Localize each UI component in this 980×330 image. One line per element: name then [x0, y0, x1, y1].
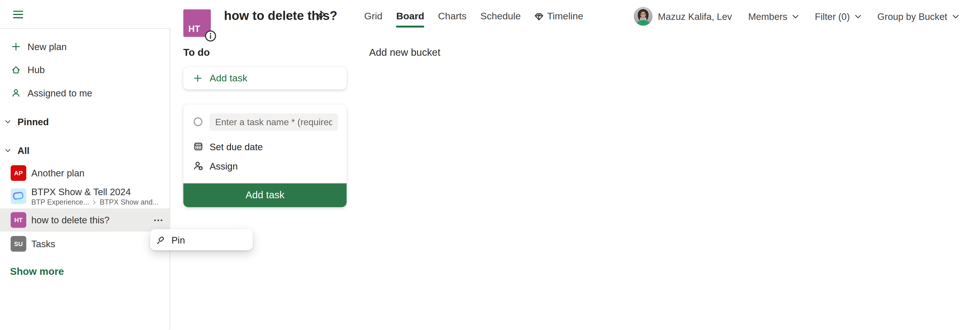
assign-button[interactable]: Assign: [183, 159, 347, 173]
header-right-controls: Mazuz Kalifa, Lev Members Filter (0) Gro…: [634, 0, 960, 32]
plan-context-menu: Pin: [150, 229, 253, 250]
info-icon[interactable]: [204, 30, 216, 42]
assign-label: Assign: [210, 161, 238, 171]
sidebar-plan-another-plan[interactable]: AP Another plan: [0, 162, 170, 185]
group-by-dropdown[interactable]: Group by Bucket: [877, 11, 960, 22]
task-name-input[interactable]: [210, 113, 338, 131]
btpx-app-icon: [11, 188, 26, 204]
calendar-icon: [193, 141, 203, 151]
user-avatar[interactable]: [634, 7, 652, 26]
sidebar-top-divider: [0, 28, 170, 29]
person-icon: [11, 88, 21, 97]
plan-text-block: BTPX Show & Tell 2024 BTP Experience... …: [31, 187, 159, 207]
task-complete-radio: [193, 117, 203, 126]
chevron-down-icon: [4, 147, 11, 154]
plan-title: Tasks: [31, 232, 55, 255]
filter-dropdown[interactable]: Filter (0): [815, 11, 862, 22]
tab-timeline[interactable]: Timeline: [535, 0, 584, 32]
plan-title: how to delete this?: [31, 209, 110, 231]
breadcrumb-part: BTP Experience...: [31, 198, 89, 207]
tab-schedule[interactable]: Schedule: [480, 0, 521, 32]
tab-grid[interactable]: Grid: [364, 0, 382, 32]
section-label: All: [18, 145, 30, 155]
add-task-label: Add task: [210, 73, 247, 84]
plus-icon: [11, 42, 21, 51]
tab-label: Timeline: [547, 11, 584, 22]
sidebar-section-pinned[interactable]: Pinned: [0, 115, 170, 128]
add-task-submit-button[interactable]: Add task: [183, 183, 347, 207]
plan-more-options-button[interactable]: [153, 215, 163, 225]
plan-title: BTPX Show & Tell 2024: [31, 187, 159, 198]
plan-title: Another plan: [31, 162, 84, 185]
context-menu-item-label: Pin: [172, 234, 185, 245]
sidebar-section-all[interactable]: All: [0, 143, 170, 157]
sidebar-border: [170, 28, 170, 330]
plan-breadcrumb: BTP Experience... BTPX Show and...: [31, 198, 159, 207]
show-more-link[interactable]: Show more: [10, 266, 64, 277]
sidebar-item-assigned-to-me[interactable]: Assigned to me: [0, 81, 170, 104]
section-label: Pinned: [18, 116, 49, 127]
sidebar-item-hub[interactable]: Hub: [0, 58, 170, 81]
set-due-date-button[interactable]: Set due date: [183, 140, 347, 153]
view-tabs: Grid Board Charts Schedule Timeline: [364, 0, 583, 32]
hamburger-icon: [13, 10, 23, 19]
chevron-down-icon: [792, 12, 800, 21]
bucket-name[interactable]: To do: [183, 47, 210, 58]
breadcrumb-part: BTPX Show and...: [100, 198, 159, 207]
chevron-down-icon: [854, 12, 862, 21]
add-task-button[interactable]: Add task: [183, 67, 347, 89]
tab-label: Charts: [438, 11, 466, 22]
tab-board[interactable]: Board: [396, 0, 424, 32]
tab-charts[interactable]: Charts: [438, 0, 466, 32]
new-task-compose-card: Set due date Assign Add task: [183, 104, 347, 207]
plus-icon: [193, 74, 202, 83]
add-new-bucket-button[interactable]: Add new bucket: [369, 47, 440, 58]
sidebar-plan-how-to-delete-this[interactable]: HT how to delete this?: [0, 209, 170, 231]
pin-icon: [156, 235, 166, 244]
members-dropdown[interactable]: Members: [748, 11, 800, 22]
chevron-right-icon: [92, 199, 97, 205]
sidebar-item-label: New plan: [28, 41, 67, 52]
person-add-icon: [193, 161, 203, 171]
user-name[interactable]: Mazuz Kalifa, Lev: [658, 11, 732, 22]
pin-icon[interactable]: [316, 11, 326, 21]
sidebar-plan-btpx-show-and-tell[interactable]: BTPX Show & Tell 2024 BTP Experience... …: [0, 185, 170, 209]
filter-label: Filter (0): [815, 11, 850, 22]
sidebar-item-label: Assigned to me: [28, 88, 92, 98]
chevron-down-icon: [951, 12, 960, 21]
home-icon: [11, 65, 21, 75]
members-label: Members: [748, 11, 788, 22]
sidebar-plan-tasks[interactable]: SU Tasks: [0, 232, 170, 255]
tab-label: Schedule: [480, 11, 521, 22]
set-due-date-label: Set due date: [210, 141, 263, 151]
group-by-label: Group by Bucket: [877, 11, 947, 22]
diamond-icon: [535, 12, 544, 21]
sidebar-item-new-plan[interactable]: New plan: [0, 35, 170, 58]
context-menu-item-pin[interactable]: Pin: [150, 229, 253, 250]
menu-toggle-button[interactable]: [11, 8, 25, 21]
tab-label: Board: [396, 11, 424, 22]
tab-label: Grid: [364, 11, 382, 22]
plan-tile: AP: [11, 165, 26, 181]
planner-app: New plan Hub Assigned to me P: [0, 0, 980, 330]
plan-tile: SU: [11, 236, 26, 252]
sidebar: New plan Hub Assigned to me P: [0, 0, 170, 330]
plan-tile: HT: [11, 212, 26, 228]
sidebar-item-label: Hub: [28, 65, 45, 75]
ellipsis-icon: [153, 215, 163, 225]
chevron-down-icon: [4, 118, 11, 125]
